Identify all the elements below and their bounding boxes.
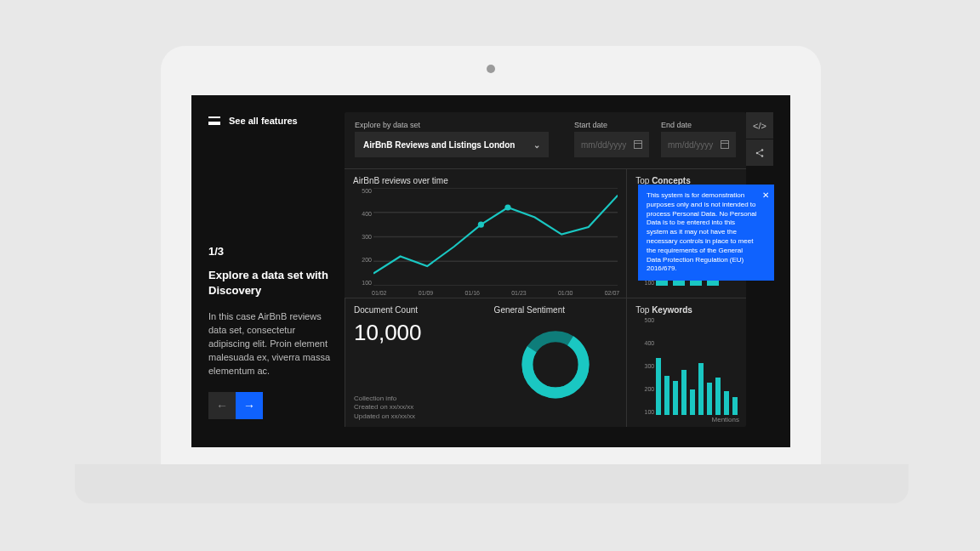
tile-top-keywords: Top Keywords 500 400 300 200 100 bbox=[626, 298, 746, 427]
bar bbox=[732, 397, 738, 415]
end-date-input[interactable]: mm/dd/yyyy bbox=[661, 132, 736, 157]
y-tick: 300 bbox=[635, 363, 654, 369]
start-date-label: Start date bbox=[574, 121, 649, 129]
laptop-camera bbox=[487, 65, 495, 73]
sidebar-title: Explore a data set with Discovery bbox=[208, 268, 336, 298]
tooltip-text: This system is for demonstration purpose… bbox=[647, 191, 756, 272]
start-date-input[interactable]: mm/dd/yyyy bbox=[574, 132, 649, 157]
svg-point-5 bbox=[478, 222, 484, 228]
slide-counter: 1/3 bbox=[208, 245, 336, 258]
doc-count-value: 10,000 bbox=[354, 320, 477, 346]
svg-line-12 bbox=[758, 151, 761, 153]
tile-title: AirBnB reviews over time bbox=[353, 176, 618, 185]
bar bbox=[698, 363, 704, 415]
controls-bar: Explore by data set AirBnB Reviews and L… bbox=[345, 112, 746, 164]
start-date-placeholder: mm/dd/yyyy bbox=[581, 140, 626, 150]
arrow-right-icon: → bbox=[243, 399, 255, 412]
bar bbox=[681, 370, 687, 415]
collection-info: Collection info Created on xx/xx/xx Upda… bbox=[354, 395, 415, 422]
code-button[interactable]: </> bbox=[746, 112, 773, 139]
tile-document-count: Document Count 10,000 Collection info Cr… bbox=[345, 298, 486, 427]
y-tick: 200 bbox=[353, 257, 372, 263]
dataset-label: Explore by data set bbox=[355, 121, 562, 129]
code-icon: </> bbox=[753, 121, 766, 131]
bar-group bbox=[656, 317, 738, 415]
side-actions: </> bbox=[746, 112, 773, 167]
app-screen: See all features 1/3 Explore a data set … bbox=[191, 95, 790, 447]
title-prefix: Top bbox=[635, 305, 652, 315]
x-tick: 01/30 bbox=[558, 290, 573, 296]
bar bbox=[664, 376, 669, 415]
y-axis: 500 400 300 200 100 bbox=[635, 317, 654, 415]
y-tick: 500 bbox=[353, 188, 372, 194]
coll-label: Collection info bbox=[354, 395, 415, 404]
y-tick: 400 bbox=[353, 211, 372, 217]
tile-title: Document Count bbox=[354, 305, 477, 315]
menu-icon[interactable] bbox=[208, 116, 220, 125]
donut-chart bbox=[516, 325, 595, 406]
y-tick: 100 bbox=[353, 280, 372, 286]
y-tick: 500 bbox=[635, 317, 654, 323]
gdpr-tooltip: ✕ This system is for demonstration purpo… bbox=[638, 185, 774, 281]
sidebar-body: In this case AirBnB reviews data set, co… bbox=[208, 310, 336, 378]
share-button[interactable] bbox=[746, 139, 773, 167]
title-bold: Keywords bbox=[652, 305, 692, 315]
chevron-down-icon: ⌄ bbox=[533, 140, 540, 150]
dashboard-panel: Explore by data set AirBnB Reviews and L… bbox=[345, 112, 746, 427]
dataset-select[interactable]: AirBnB Reviews and Listings London ⌄ bbox=[355, 132, 549, 157]
x-tick: 01/09 bbox=[419, 290, 434, 296]
dataset-value: AirBnB Reviews and Listings London bbox=[363, 140, 515, 150]
close-icon[interactable]: ✕ bbox=[762, 190, 769, 202]
x-tick: 01/16 bbox=[464, 290, 480, 296]
line-plot bbox=[373, 188, 618, 286]
slide-nav: ← → bbox=[208, 392, 336, 419]
laptop-base bbox=[75, 464, 909, 503]
svg-point-11 bbox=[761, 155, 764, 157]
calendar-icon bbox=[721, 140, 729, 149]
x-tick: 02/07 bbox=[605, 290, 620, 296]
tile-reviews-over-time: AirBnB reviews over time 500 400 300 200… bbox=[345, 168, 626, 298]
svg-point-6 bbox=[504, 204, 510, 210]
svg-line-13 bbox=[758, 153, 761, 156]
y-axis: 500 400 300 200 100 bbox=[353, 188, 372, 286]
mentions-label: Mentions bbox=[712, 416, 739, 423]
prev-button[interactable]: ← bbox=[208, 392, 236, 419]
bar bbox=[656, 358, 661, 415]
coll-created: Created on xx/xx/xx bbox=[354, 403, 415, 412]
bar bbox=[715, 378, 721, 415]
see-all-link[interactable]: See all features bbox=[229, 116, 298, 126]
y-tick: 300 bbox=[353, 234, 372, 240]
next-button[interactable]: → bbox=[236, 392, 263, 419]
tile-general-sentiment: General Sentiment bbox=[486, 298, 627, 427]
y-tick: 400 bbox=[635, 340, 654, 346]
x-axis: 01/02 01/09 01/16 01/23 01/30 02/07 bbox=[372, 290, 619, 296]
svg-point-10 bbox=[761, 149, 764, 151]
x-tick: 01/23 bbox=[511, 290, 527, 296]
coll-updated: Updated on xx/xx/xx bbox=[354, 412, 415, 422]
bar bbox=[690, 389, 695, 415]
x-tick: 01/02 bbox=[372, 290, 387, 296]
y-tick: 100 bbox=[635, 409, 654, 415]
tile-title: Top Keywords bbox=[635, 305, 738, 315]
bar bbox=[673, 381, 678, 415]
end-date-label: End date bbox=[661, 121, 736, 129]
calendar-icon bbox=[634, 140, 642, 149]
arrow-left-icon: ← bbox=[216, 399, 228, 412]
sidebar: See all features 1/3 Explore a data set … bbox=[208, 116, 336, 419]
bar bbox=[724, 391, 729, 415]
share-icon bbox=[755, 148, 765, 158]
tile-title: General Sentiment bbox=[494, 305, 618, 315]
y-tick: 200 bbox=[635, 386, 654, 392]
bar bbox=[707, 383, 712, 415]
laptop-frame: See all features 1/3 Explore a data set … bbox=[161, 46, 821, 464]
end-date-placeholder: mm/dd/yyyy bbox=[668, 140, 713, 150]
